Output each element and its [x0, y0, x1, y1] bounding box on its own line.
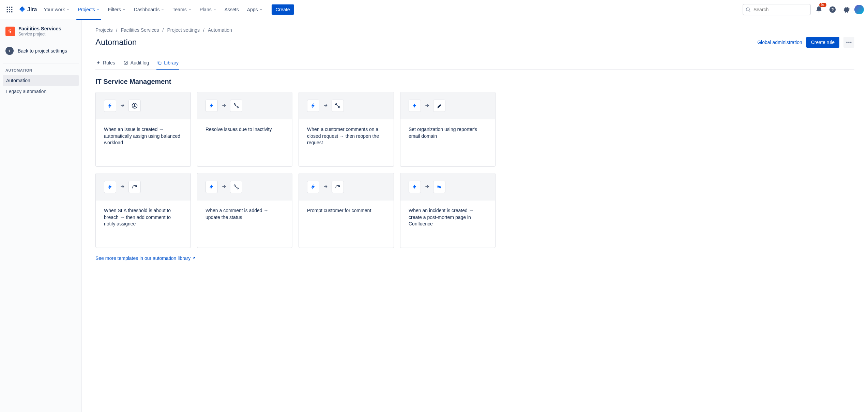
help-button[interactable]: ? [827, 4, 838, 15]
template-card[interactable]: Prompt customer for comment [299, 173, 394, 248]
arrow-right-icon [120, 184, 125, 190]
search-icon [745, 7, 751, 12]
back-to-settings-link[interactable]: Back to project settings [3, 43, 79, 58]
global-administration-link[interactable]: Global administration [757, 40, 802, 45]
app-switcher-icon[interactable] [4, 4, 15, 15]
jira-logo[interactable]: Jira [16, 6, 39, 13]
chevron-down-icon [213, 8, 216, 11]
svg-rect-2 [11, 6, 12, 8]
trigger-bolt-icon [205, 100, 218, 112]
tabs: Rules Audit log Library [95, 57, 854, 70]
more-icon [846, 39, 852, 46]
tab-library[interactable]: Library [156, 57, 179, 69]
back-arrow-icon [5, 47, 14, 55]
trigger-bolt-icon [104, 100, 116, 112]
breadcrumb-facilities[interactable]: Facilities Services [121, 27, 159, 33]
nav-filters[interactable]: Filters [105, 4, 129, 15]
arrow-right-icon [424, 184, 430, 190]
more-actions-button[interactable] [843, 37, 854, 48]
chevron-down-icon [66, 8, 70, 11]
card-description: When an incident is created → create a p… [409, 207, 487, 227]
action-branch-icon [332, 100, 344, 112]
arrow-right-icon [221, 103, 227, 109]
create-rule-button[interactable]: Create rule [806, 37, 839, 48]
breadcrumb-automation[interactable]: Automation [208, 27, 232, 33]
svg-point-22 [339, 107, 340, 108]
nav-projects[interactable]: Projects [74, 4, 103, 15]
action-user-circle-icon [128, 100, 141, 112]
bolt-icon [96, 60, 101, 65]
sidebar-project-header[interactable]: Facilities Services Service project [3, 26, 79, 42]
template-card-grid: When an issue is created → automatically… [95, 92, 854, 248]
see-more-link[interactable]: See more templates in our automation lib… [95, 255, 196, 261]
svg-rect-8 [11, 11, 12, 12]
card-icon-row [96, 92, 191, 119]
card-description: When a customer comments on a closed req… [307, 126, 385, 146]
check-circle-icon [123, 60, 128, 65]
svg-point-12 [847, 42, 848, 43]
arrow-right-icon [323, 103, 328, 109]
template-card[interactable]: Resolve issues due to inactivity [197, 92, 292, 167]
breadcrumb-projects[interactable]: Projects [95, 27, 113, 33]
svg-point-23 [234, 185, 235, 186]
settings-button[interactable] [841, 4, 852, 15]
breadcrumb-project-settings[interactable]: Project settings [167, 27, 200, 33]
notifications-button[interactable]: 9+ [813, 4, 824, 15]
chevron-down-icon [259, 8, 263, 11]
card-description: When an issue is created → automatically… [104, 126, 182, 146]
chevron-down-icon [188, 8, 192, 11]
arrow-right-icon [323, 184, 328, 190]
search-box [743, 4, 811, 15]
template-card[interactable]: When a comment is added → update the sta… [197, 173, 292, 248]
template-card[interactable]: When a customer comments on a closed req… [299, 92, 394, 167]
sidebar: Facilities Services Service project Back… [0, 19, 82, 412]
chevron-down-icon [122, 8, 126, 11]
notification-badge: 9+ [819, 3, 826, 7]
tab-rules[interactable]: Rules [95, 57, 116, 69]
nav-teams[interactable]: Teams [169, 4, 195, 15]
action-branch-icon [230, 100, 242, 112]
nav-apps[interactable]: Apps [244, 4, 266, 15]
external-link-icon [192, 256, 196, 260]
trigger-bolt-icon [409, 181, 421, 193]
svg-rect-4 [9, 9, 10, 10]
create-button[interactable]: Create [272, 4, 294, 15]
svg-point-21 [336, 104, 337, 105]
search-input[interactable] [743, 4, 811, 15]
nav-dashboards[interactable]: Dashboards [131, 4, 168, 15]
trigger-bolt-icon [104, 181, 116, 193]
chevron-down-icon [161, 8, 164, 11]
sidebar-item-legacy-automation[interactable]: Legacy automation [3, 86, 79, 97]
nav-assets[interactable]: Assets [221, 4, 242, 15]
card-icon-row [400, 173, 495, 201]
trigger-bolt-icon [205, 181, 218, 193]
nav-plans[interactable]: Plans [196, 4, 220, 15]
tab-audit-log[interactable]: Audit log [123, 57, 150, 69]
svg-point-9 [746, 8, 749, 11]
card-icon-row [96, 173, 191, 201]
svg-point-15 [124, 61, 128, 64]
svg-rect-1 [9, 6, 10, 8]
nav-your-work[interactable]: Your work [40, 4, 73, 15]
sidebar-item-automation[interactable]: Automation [3, 75, 79, 86]
template-card[interactable]: When an incident is created → create a p… [400, 173, 496, 248]
chevron-down-icon [96, 8, 100, 11]
card-description: Prompt customer for comment [307, 207, 385, 214]
template-card[interactable]: When SLA threshold is about to breach → … [95, 173, 191, 248]
trigger-bolt-icon [307, 181, 319, 193]
svg-point-13 [848, 42, 849, 43]
user-avatar[interactable] [854, 5, 864, 14]
svg-rect-7 [9, 11, 10, 12]
sidebar-section-heading: AUTOMATION [3, 68, 79, 72]
svg-point-24 [237, 188, 239, 189]
help-icon: ? [829, 6, 836, 13]
card-icon-row [197, 173, 292, 201]
trigger-bolt-icon [307, 100, 319, 112]
jira-logo-text: Jira [27, 6, 37, 13]
card-description: When a comment is added → update the sta… [205, 207, 284, 221]
template-card[interactable]: Set organization using reporter's email … [400, 92, 496, 167]
copy-icon [157, 60, 162, 65]
card-icon-row [400, 92, 495, 119]
template-card[interactable]: When an issue is created → automatically… [95, 92, 191, 167]
card-description: When SLA threshold is about to breach → … [104, 207, 182, 227]
